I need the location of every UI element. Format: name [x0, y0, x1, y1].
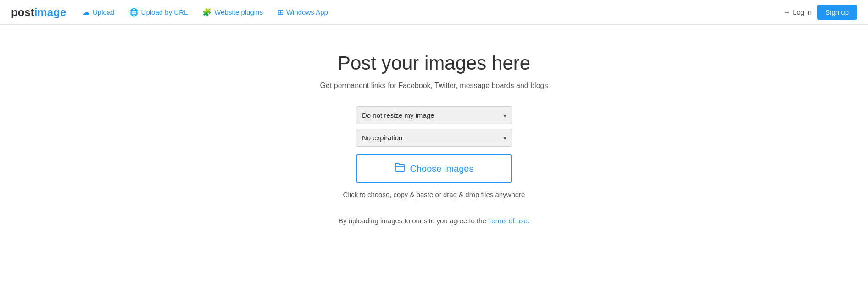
login-icon: →	[783, 8, 790, 16]
resize-select[interactable]: Do not resize my image Resize to 800px R…	[356, 106, 512, 124]
page-subtitle: Get permanent links for Facebook, Twitte…	[320, 82, 548, 90]
terms-text-before: By uploading images to our site you agre…	[339, 217, 488, 225]
controls-wrapper: Do not resize my image Resize to 800px R…	[356, 106, 512, 147]
nav-upload[interactable]: ☁ Upload	[77, 5, 120, 19]
expiration-select[interactable]: No expiration 1 day 1 week 1 month 6 mon…	[356, 129, 512, 147]
nav-upload-by-url[interactable]: 🌐 Upload by URL	[124, 5, 194, 19]
expiration-select-wrapper: No expiration 1 day 1 week 1 month 6 mon…	[356, 129, 512, 147]
choose-images-button[interactable]: Choose images	[356, 154, 512, 183]
navbar: postimage ☁ Upload 🌐 Upload by URL 🧩 Web…	[0, 0, 868, 25]
upload-cloud-icon: ☁	[83, 8, 90, 16]
nav-windows-app[interactable]: ⊞ Windows App	[272, 5, 334, 19]
header-actions: → Log in Sign up	[783, 5, 857, 20]
windows-icon: ⊞	[278, 8, 284, 16]
puzzle-icon: 🧩	[202, 8, 211, 16]
login-link[interactable]: → Log in	[783, 8, 812, 16]
main-nav: ☁ Upload 🌐 Upload by URL 🧩 Website plugi…	[77, 5, 783, 19]
terms-text: By uploading images to our site you agre…	[339, 217, 529, 225]
page-title: Post your images here	[338, 52, 530, 74]
logo[interactable]: postimage	[11, 6, 66, 19]
globe-icon: 🌐	[129, 8, 139, 16]
resize-select-wrapper: Do not resize my image Resize to 800px R…	[356, 106, 512, 124]
nav-website-plugins[interactable]: 🧩 Website plugins	[197, 5, 268, 19]
terms-text-after: .	[528, 217, 529, 225]
hint-text: Click to choose, copy & paste or drag & …	[343, 191, 525, 198]
main-content: Post your images here Get permanent link…	[0, 25, 868, 243]
signup-button[interactable]: Sign up	[817, 5, 857, 20]
logo-image: image	[34, 6, 66, 19]
terms-of-use-link[interactable]: Terms of use	[488, 217, 528, 225]
folder-open-icon	[395, 162, 406, 175]
logo-post: post	[11, 6, 34, 19]
